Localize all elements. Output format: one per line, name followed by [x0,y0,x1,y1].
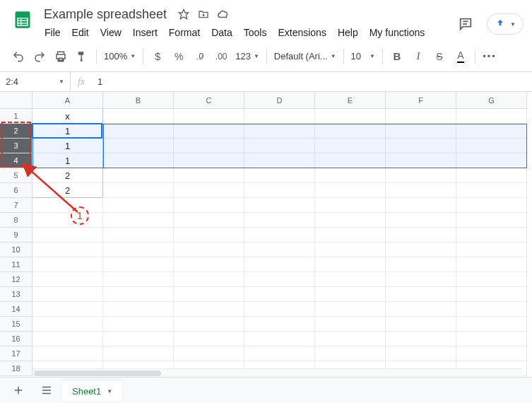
cell-G16[interactable] [456,332,527,346]
menu-help[interactable]: Help [333,24,363,41]
cell-E7[interactable] [315,198,386,213]
cell-C4[interactable] [174,153,244,168]
add-sheet-button[interactable] [6,380,31,400]
row-header-18[interactable]: 18 [0,361,32,376]
cell-G11[interactable] [456,257,527,272]
cell-E2[interactable] [315,124,386,139]
cell-F14[interactable] [386,302,456,317]
cell-C13[interactable] [174,287,244,302]
cell-G17[interactable] [456,346,527,361]
cell-E10[interactable] [315,243,386,257]
cell-A11[interactable] [32,257,103,272]
cell-B6[interactable] [103,183,174,198]
zoom-dropdown[interactable]: 100%▼ [101,47,138,66]
cell-F13[interactable] [386,287,456,302]
row-header-7[interactable]: 7 [0,198,32,213]
cell-C12[interactable] [174,272,244,287]
cell-E11[interactable] [315,257,386,272]
document-title[interactable]: Example spreadsheet [40,6,171,23]
cell-E14[interactable] [315,302,386,317]
redo-button[interactable] [30,47,49,66]
formula-input[interactable]: 1 [92,76,532,87]
font-dropdown[interactable]: Default (Ari...▼ [271,47,339,66]
currency-button[interactable]: $ [148,47,167,66]
text-color-button[interactable]: A [451,47,471,66]
menu-insert[interactable]: Insert [128,24,162,41]
cell-D12[interactable] [244,272,315,287]
menu-view[interactable]: View [95,24,126,41]
cell-D10[interactable] [244,243,315,257]
cell-A5[interactable]: 2 [32,168,103,183]
cell-D16[interactable] [244,332,315,346]
row-header-6[interactable]: 6 [0,183,32,198]
cell-D3[interactable] [244,139,315,153]
cell-F15[interactable] [386,317,456,332]
cell-C9[interactable] [174,228,244,243]
cell-B2[interactable] [103,124,174,139]
cell-G14[interactable] [456,302,527,317]
cell-C10[interactable] [174,243,244,257]
cell-C11[interactable] [174,257,244,272]
column-header-D[interactable]: D [244,92,315,109]
cell-G3[interactable] [456,139,527,153]
sheets-logo[interactable] [8,6,37,34]
undo-button[interactable] [8,47,28,66]
cell-D8[interactable] [244,213,315,228]
cell-A2[interactable]: 1 [32,124,103,139]
cell-C6[interactable] [174,183,244,198]
cell-F17[interactable] [386,346,456,361]
cell-D14[interactable] [244,302,315,317]
cell-G2[interactable] [456,124,527,139]
decrease-decimal-button[interactable]: .0̷ [190,47,210,66]
cell-G5[interactable] [456,168,527,183]
increase-decimal-button[interactable]: .00 [211,47,231,66]
menu-extensions[interactable]: Extensions [273,24,331,41]
cell-G7[interactable] [456,198,527,213]
cell-E15[interactable] [315,317,386,332]
cell-A7[interactable] [32,198,103,213]
cell-B9[interactable] [103,228,174,243]
cell-F7[interactable] [386,198,456,213]
bold-button[interactable]: B [387,47,407,66]
cell-A8[interactable] [32,213,103,228]
cell-G6[interactable] [456,183,527,198]
cell-C1[interactable] [174,109,244,124]
menu-file[interactable]: File [40,24,66,41]
cell-B12[interactable] [103,272,174,287]
cell-C15[interactable] [174,317,244,332]
row-header-16[interactable]: 16 [0,332,32,346]
move-icon[interactable] [196,7,211,21]
cell-A10[interactable] [32,243,103,257]
cell-F6[interactable] [386,183,456,198]
strikethrough-button[interactable]: S [430,47,449,66]
cell-C14[interactable] [174,302,244,317]
row-header-9[interactable]: 9 [0,228,32,243]
cell-D2[interactable] [244,124,315,139]
column-header-B[interactable]: B [103,92,174,109]
all-sheets-button[interactable] [34,380,59,400]
row-header-5[interactable]: 5 [0,168,32,183]
select-all-corner[interactable] [0,92,32,109]
cell-A12[interactable] [32,272,103,287]
cell-D7[interactable] [244,198,315,213]
cell-A14[interactable] [32,302,103,317]
cell-E1[interactable] [315,109,386,124]
cell-C16[interactable] [174,332,244,346]
cell-C7[interactable] [174,198,244,213]
cell-F8[interactable] [386,213,456,228]
cell-C17[interactable] [174,346,244,361]
cell-E13[interactable] [315,287,386,302]
cell-D17[interactable] [244,346,315,361]
cell-B5[interactable] [103,168,174,183]
paint-format-button[interactable] [72,47,92,66]
cell-F9[interactable] [386,228,456,243]
row-header-8[interactable]: 8 [0,213,32,228]
cell-G10[interactable] [456,243,527,257]
print-button[interactable] [51,47,71,66]
cell-A15[interactable] [32,317,103,332]
more-formats-dropdown[interactable]: 123▼ [232,47,262,66]
column-header-C[interactable]: C [174,92,244,109]
cell-G8[interactable] [456,213,527,228]
star-icon[interactable] [177,7,191,21]
menu-format[interactable]: Format [164,24,205,41]
